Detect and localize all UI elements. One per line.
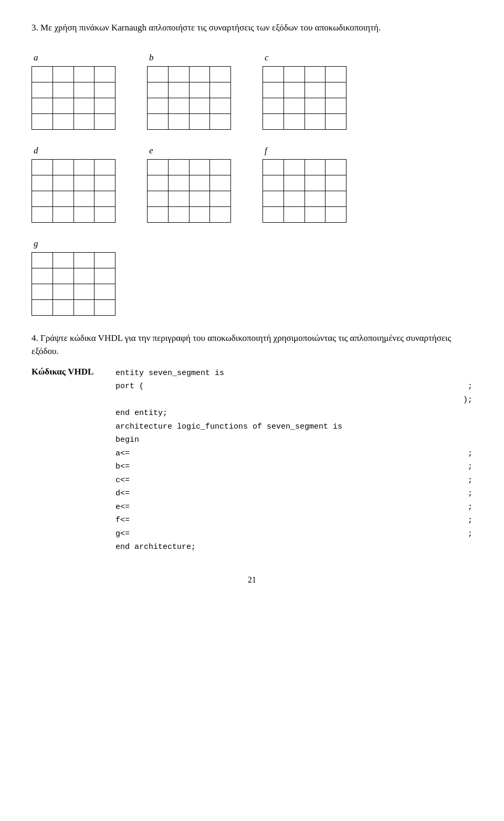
cell bbox=[326, 175, 346, 191]
cell bbox=[52, 299, 74, 315]
grid-item-b: b bbox=[147, 53, 231, 130]
cell bbox=[74, 175, 94, 191]
cell bbox=[74, 299, 94, 315]
cell bbox=[74, 284, 94, 299]
vhdl-line-c-left: c<= bbox=[116, 474, 130, 487]
vhdl-line-b-left: b<= bbox=[116, 460, 130, 474]
karnaugh-grid-a bbox=[32, 66, 116, 130]
vhdl-line-end: end architecture; bbox=[116, 541, 472, 554]
grid-label-d: d bbox=[34, 146, 38, 156]
vhdl-line-d-left: d<= bbox=[116, 487, 130, 501]
question4-header: 4. Γράψτε κώδικα VHDL για την περιγραφή … bbox=[32, 331, 472, 358]
cell bbox=[210, 66, 231, 82]
cell bbox=[148, 98, 169, 113]
vhdl-line-g-right: ; bbox=[468, 527, 472, 541]
cell bbox=[168, 82, 189, 98]
grid-label-a: a bbox=[34, 53, 38, 63]
cell bbox=[94, 82, 116, 98]
cell bbox=[326, 98, 346, 113]
cell bbox=[74, 268, 94, 284]
vhdl-line-d: d<= ; bbox=[116, 487, 472, 501]
vhdl-line-e-right: ; bbox=[468, 501, 472, 514]
cell bbox=[74, 113, 94, 129]
cell bbox=[74, 191, 94, 206]
cell bbox=[304, 191, 326, 206]
cell bbox=[52, 191, 74, 206]
grids-section: a b c bbox=[32, 53, 472, 316]
karnaugh-grid-c bbox=[262, 66, 346, 130]
cell bbox=[304, 66, 326, 82]
cell bbox=[94, 284, 116, 299]
question3-header: 3. Με χρήση πινάκων Karnaugh απλοποιήστε… bbox=[32, 21, 472, 37]
cell bbox=[168, 175, 189, 191]
cell bbox=[304, 82, 326, 98]
grid-label-g: g bbox=[34, 238, 38, 249]
cell bbox=[189, 113, 210, 129]
cell bbox=[263, 66, 284, 82]
vhdl-code-block: entity seven_segment is port ( ; ); end … bbox=[116, 367, 472, 554]
cell bbox=[94, 98, 116, 113]
cell bbox=[168, 206, 189, 222]
cell bbox=[52, 98, 74, 113]
karnaugh-grid-b bbox=[147, 66, 231, 130]
cell bbox=[94, 299, 116, 315]
vhdl-line-4: end entity; bbox=[116, 407, 472, 420]
cell bbox=[74, 206, 94, 222]
cell bbox=[263, 159, 284, 175]
cell bbox=[32, 66, 53, 82]
cell bbox=[263, 98, 284, 113]
cell bbox=[148, 191, 169, 206]
vhdl-line-e: e<= ; bbox=[116, 501, 472, 514]
cell bbox=[263, 191, 284, 206]
cell bbox=[94, 191, 116, 206]
cell bbox=[326, 113, 346, 129]
cell bbox=[210, 98, 231, 113]
cell bbox=[32, 299, 53, 315]
cell bbox=[189, 159, 210, 175]
cell bbox=[148, 159, 169, 175]
vhdl-line-5-left: architecture logic_functions of seven_se… bbox=[116, 420, 342, 434]
grid-item-f: f bbox=[262, 146, 346, 223]
vhdl-line-c-right: ; bbox=[468, 474, 472, 487]
grid-item-a: a bbox=[32, 53, 116, 130]
cell bbox=[52, 159, 74, 175]
cell bbox=[304, 206, 326, 222]
vhdl-line-3-right: ); bbox=[463, 393, 472, 407]
cell bbox=[263, 113, 284, 129]
vhdl-line-1-left: entity seven_segment is bbox=[116, 367, 224, 380]
cell bbox=[94, 268, 116, 284]
question4-text: 4. Γράψτε κώδικα VHDL για την περιγραφή … bbox=[32, 331, 472, 358]
cell bbox=[32, 82, 53, 98]
cell bbox=[304, 98, 326, 113]
cell bbox=[284, 113, 304, 129]
vhdl-line-3: ); bbox=[116, 393, 472, 407]
cell bbox=[284, 82, 304, 98]
cell bbox=[326, 66, 346, 82]
vhdl-line-a-right: ; bbox=[468, 447, 472, 461]
cell bbox=[168, 66, 189, 82]
vhdl-section: Κώδικας VHDL entity seven_segment is por… bbox=[32, 367, 472, 554]
cell bbox=[74, 82, 94, 98]
grid-label-f: f bbox=[265, 146, 267, 156]
cell bbox=[210, 82, 231, 98]
cell bbox=[52, 268, 74, 284]
cell bbox=[284, 191, 304, 206]
cell bbox=[210, 159, 231, 175]
vhdl-line-d-right: ; bbox=[468, 487, 472, 501]
cell bbox=[32, 284, 53, 299]
vhdl-line-6-left: begin bbox=[116, 433, 139, 447]
cell bbox=[326, 206, 346, 222]
grid-item-c: c bbox=[262, 53, 346, 130]
cell bbox=[148, 206, 169, 222]
vhdl-line-1: entity seven_segment is bbox=[116, 367, 472, 380]
karnaugh-grid-e bbox=[147, 159, 231, 223]
cell bbox=[210, 191, 231, 206]
grid-label-c: c bbox=[265, 53, 269, 63]
grid-item-e: e bbox=[147, 146, 231, 223]
cell bbox=[284, 175, 304, 191]
cell bbox=[189, 206, 210, 222]
cell bbox=[32, 159, 53, 175]
vhdl-line-f-left: f<= bbox=[116, 514, 130, 527]
vhdl-line-2-right: ; bbox=[468, 380, 472, 393]
cell bbox=[94, 252, 116, 268]
